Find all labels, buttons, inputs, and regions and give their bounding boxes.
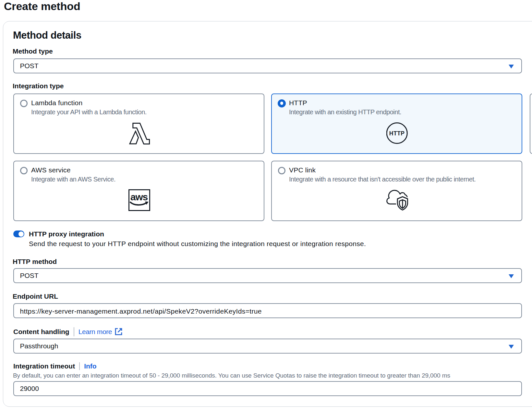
svg-text:HTTP: HTTP (389, 130, 405, 136)
svg-text:aws: aws (130, 192, 148, 202)
